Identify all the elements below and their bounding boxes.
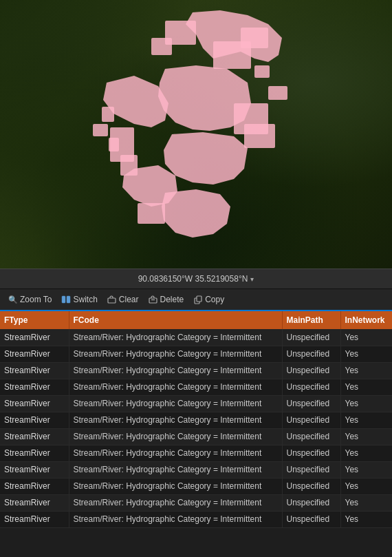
cell-5-1: Stream/River: Hydrographic Category = In… (69, 412, 282, 428)
cell-3-0: StreamRiver (0, 379, 69, 395)
cell-7-3: Yes (340, 445, 392, 461)
table-row: StreamRiverStream/River: Hydrographic Ca… (0, 445, 392, 461)
cell-3-3: Yes (340, 379, 392, 395)
delete-label: Delete (160, 295, 184, 304)
cell-11-3: Yes (340, 511, 392, 527)
cell-8-0: StreamRiver (0, 461, 69, 478)
cell-8-1: Stream/River: Hydrographic Category = In… (69, 461, 282, 478)
cell-5-3: Yes (340, 412, 392, 428)
svg-rect-13 (138, 203, 165, 224)
cell-6-2: Unspecified (282, 428, 340, 445)
cell-4-3: Yes (340, 395, 392, 412)
cell-10-2: Unspecified (282, 494, 340, 511)
svg-rect-21 (67, 296, 70, 303)
map-view[interactable] (0, 0, 392, 269)
cell-1-0: StreamRiver (0, 346, 69, 362)
cell-2-3: Yes (340, 362, 392, 379)
cell-10-1: Stream/River: Hydrographic Category = In… (69, 494, 282, 511)
col-header-ftype: FType (0, 311, 69, 329)
svg-marker-9 (164, 132, 248, 185)
svg-rect-17 (109, 138, 119, 151)
switch-button[interactable]: Switch (57, 293, 101, 306)
table-row: StreamRiverStream/River: Hydrographic Ca… (0, 428, 392, 445)
svg-rect-22 (108, 298, 116, 303)
coordinate-text: 90.0836150°W 35.5219058°N (138, 274, 248, 284)
svg-rect-20 (62, 296, 65, 303)
zoom-to-icon: 🔍 (8, 295, 18, 304)
clear-icon (107, 295, 117, 304)
svg-rect-26 (197, 296, 202, 302)
cell-2-2: Unspecified (282, 362, 340, 379)
copy-label: Copy (205, 295, 224, 304)
svg-rect-2 (151, 38, 172, 55)
cell-9-3: Yes (340, 478, 392, 494)
table-header-row: FType FCode MainPath InNetwork (0, 311, 392, 329)
table-row: StreamRiverStream/River: Hydrographic Ca… (0, 346, 392, 362)
cell-1-3: Yes (340, 346, 392, 362)
clear-button[interactable]: Clear (103, 293, 143, 306)
cell-9-1: Stream/River: Hydrographic Category = In… (69, 478, 282, 494)
cell-3-1: Stream/River: Hydrographic Category = In… (69, 379, 282, 395)
table-row: StreamRiverStream/River: Hydrographic Ca… (0, 412, 392, 428)
cell-4-1: Stream/River: Hydrographic Category = In… (69, 395, 282, 412)
cell-11-1: Stream/River: Hydrographic Category = In… (69, 511, 282, 527)
copy-icon (193, 295, 203, 304)
delete-button[interactable]: Delete (144, 293, 188, 306)
cell-8-3: Yes (340, 461, 392, 478)
cell-3-2: Unspecified (282, 379, 340, 395)
cell-5-2: Unspecified (282, 412, 340, 428)
coordinate-bar: 90.0836150°W 35.5219058°N ▾ (0, 269, 392, 289)
table-row: StreamRiverStream/River: Hydrographic Ca… (0, 379, 392, 395)
col-header-mainpath: MainPath (282, 311, 340, 329)
table-row: StreamRiverStream/River: Hydrographic Ca… (0, 395, 392, 412)
attribute-table[interactable]: FType FCode MainPath InNetwork StreamRiv… (0, 311, 392, 557)
switch-label: Switch (73, 295, 97, 304)
cell-5-0: StreamRiver (0, 412, 69, 428)
cell-10-3: Yes (340, 494, 392, 511)
data-table: FType FCode MainPath InNetwork StreamRiv… (0, 311, 392, 528)
col-header-innetwork: InNetwork (340, 311, 392, 329)
table-row: StreamRiverStream/River: Hydrographic Ca… (0, 362, 392, 379)
svg-rect-15 (102, 107, 114, 122)
cell-2-1: Stream/River: Hydrographic Category = In… (69, 362, 282, 379)
cell-0-2: Unspecified (282, 329, 340, 346)
svg-marker-14 (162, 189, 230, 238)
cell-10-0: StreamRiver (0, 494, 69, 511)
copy-button[interactable]: Copy (189, 293, 228, 306)
cell-6-3: Yes (340, 428, 392, 445)
table-row: StreamRiverStream/River: Hydrographic Ca… (0, 478, 392, 494)
table-body: StreamRiverStream/River: Hydrographic Ca… (0, 329, 392, 527)
svg-rect-16 (93, 124, 108, 136)
delete-icon (149, 295, 158, 304)
svg-rect-4 (241, 28, 268, 48)
table-row: StreamRiverStream/River: Hydrographic Ca… (0, 329, 392, 346)
zoom-to-label: Zoom To (20, 295, 52, 304)
cell-7-0: StreamRiver (0, 445, 69, 461)
coord-chevron: ▾ (250, 275, 254, 283)
cell-11-0: StreamRiver (0, 511, 69, 527)
table-row: StreamRiverStream/River: Hydrographic Ca… (0, 461, 392, 478)
cell-2-0: StreamRiver (0, 362, 69, 379)
clear-label: Clear (119, 295, 139, 304)
col-header-fcode: FCode (69, 311, 282, 329)
cell-4-0: StreamRiver (0, 395, 69, 412)
table-row: StreamRiverStream/River: Hydrographic Ca… (0, 511, 392, 527)
cell-9-2: Unspecified (282, 478, 340, 494)
cell-0-3: Yes (340, 329, 392, 346)
cell-11-2: Unspecified (282, 511, 340, 527)
zoom-to-button[interactable]: 🔍 Zoom To (4, 293, 56, 306)
cell-0-1: Stream/River: Hydrographic Category = In… (69, 329, 282, 346)
table-row: StreamRiverStream/River: Hydrographic Ca… (0, 494, 392, 511)
cell-7-1: Stream/River: Hydrographic Category = In… (69, 445, 282, 461)
cell-6-1: Stream/River: Hydrographic Category = In… (69, 428, 282, 445)
cell-8-2: Unspecified (282, 461, 340, 478)
svg-rect-23 (149, 298, 157, 303)
switch-icon (61, 295, 71, 304)
map-polygon-overlay (0, 0, 392, 269)
cell-6-0: StreamRiver (0, 428, 69, 445)
cell-1-1: Stream/River: Hydrographic Category = In… (69, 346, 282, 362)
cell-1-2: Unspecified (282, 346, 340, 362)
svg-rect-18 (268, 86, 287, 100)
cell-0-0: StreamRiver (0, 329, 69, 346)
svg-rect-11 (244, 124, 275, 148)
